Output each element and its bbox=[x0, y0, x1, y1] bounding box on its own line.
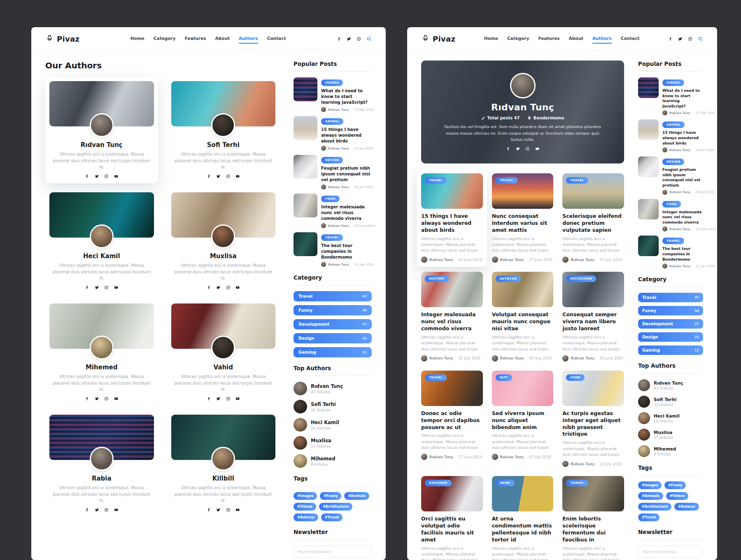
category-badge[interactable]: MOTOSHOW bbox=[566, 275, 596, 282]
twitter-icon[interactable] bbox=[95, 285, 99, 290]
popular-post-item[interactable]: VIDEOS What do I need to know to start l… bbox=[294, 77, 372, 112]
tag-chip[interactable]: #Autocar bbox=[294, 513, 318, 521]
facebook-icon[interactable] bbox=[337, 37, 341, 41]
post-author[interactable]: Rıdvan Tunç bbox=[669, 148, 690, 152]
category-badge[interactable]: HOME bbox=[496, 480, 515, 486]
category-badge[interactable]: FOOD bbox=[662, 201, 681, 208]
author-card[interactable]: Rabia Ultrices sagittis orci a scelerisq… bbox=[45, 411, 158, 517]
author-name[interactable]: Rıdvan Tunç bbox=[49, 141, 154, 149]
popular-post-item[interactable]: FOOD Integer malesuada nunc vel risus co… bbox=[294, 194, 372, 228]
post-title[interactable]: Scelerisque eleifend donec pretium vulpu… bbox=[562, 213, 624, 234]
category-button[interactable]: Design 21 bbox=[294, 333, 372, 343]
author-card[interactable]: Killbill Ultrices sagittis orci a sceler… bbox=[167, 411, 280, 517]
twitter-icon[interactable] bbox=[216, 174, 221, 179]
post-author[interactable]: Rıdvan Tunç bbox=[669, 111, 690, 115]
nav-item[interactable]: About bbox=[569, 34, 583, 44]
category-badge[interactable]: TRAVEL bbox=[566, 480, 588, 486]
author-name[interactable]: Killbill bbox=[171, 475, 276, 482]
category-button[interactable]: Funny 34 bbox=[638, 306, 703, 315]
post-card[interactable]: MOTOSHOW Consequat semper viverra nam li… bbox=[562, 272, 624, 361]
facebook-icon[interactable] bbox=[85, 508, 89, 512]
author-name[interactable]: Sofi Terhi bbox=[171, 141, 276, 149]
post-title[interactable]: Volutpat consequat mauris nunc congue ni… bbox=[492, 311, 554, 332]
top-author-item[interactable]: Muxlisa 17 Articles bbox=[294, 436, 372, 450]
author-name[interactable]: Sofi Terhi bbox=[654, 397, 676, 402]
popular-post-item[interactable]: ANIMAL 15 things I have always wondered … bbox=[294, 116, 372, 151]
post-author[interactable]: Rıdvan Tunç bbox=[669, 264, 690, 268]
tag-chip[interactable]: #Autocar bbox=[674, 503, 699, 511]
brand-logo[interactable]: Pivaz bbox=[421, 35, 455, 43]
nav-item[interactable]: Features bbox=[185, 34, 206, 44]
post-card[interactable]: TRAVEL Scelerisque eleifend donec pretiu… bbox=[562, 173, 624, 263]
top-author-item[interactable]: Muxlisa 17 Articles bbox=[638, 429, 703, 441]
post-author[interactable]: Rıdvan Tunç bbox=[500, 258, 524, 262]
post-author[interactable]: Rıdvan Tunç bbox=[571, 356, 594, 360]
author-card[interactable]: Muxlisa Ultrices sagittis orci a sceleri… bbox=[167, 188, 280, 294]
post-title[interactable]: Orci sagittis eu volutpat odio facilisis… bbox=[421, 516, 483, 544]
post-card[interactable]: GIFT Sed viverra ipsum nunc aliquet bibe… bbox=[492, 371, 554, 467]
youtube-icon[interactable] bbox=[114, 508, 119, 512]
facebook-icon[interactable] bbox=[506, 147, 510, 151]
top-author-item[interactable]: Rıdvan Tunç 47 Articles bbox=[638, 379, 703, 391]
facebook-icon[interactable] bbox=[207, 285, 211, 290]
youtube-icon[interactable] bbox=[114, 397, 119, 401]
twitter-icon[interactable] bbox=[95, 397, 99, 401]
category-badge[interactable]: FOOD bbox=[321, 196, 340, 202]
post-card[interactable]: AUTOCAR Volutpat consequat mauris nunc c… bbox=[492, 272, 554, 361]
tag-chip[interactable]: #Animals bbox=[344, 492, 369, 500]
post-card[interactable]: TRAVEL Nunc consequat interdum varius si… bbox=[492, 173, 554, 263]
post-card[interactable]: TRAVEL Enim lobortis scelerisque ferment… bbox=[562, 476, 624, 560]
category-button[interactable]: Gaming 11 bbox=[638, 345, 703, 355]
category-button[interactable]: Travel 47 bbox=[638, 293, 703, 302]
youtube-icon[interactable] bbox=[535, 147, 540, 151]
instagram-icon[interactable] bbox=[226, 285, 231, 290]
category-badge[interactable]: TRAVEL bbox=[321, 234, 343, 241]
popular-post-item[interactable]: FOOD Integer malesuada nunc vel risus co… bbox=[638, 199, 703, 232]
post-title[interactable]: Integer malesuada nunc vel risus commodo… bbox=[421, 311, 483, 332]
instagram-icon[interactable] bbox=[226, 174, 231, 179]
author-name[interactable]: Muxlisa bbox=[171, 252, 276, 260]
author-name[interactable]: Heci Kamil bbox=[311, 420, 339, 425]
youtube-icon[interactable] bbox=[235, 397, 240, 401]
tag-chip[interactable]: #Architecture bbox=[319, 503, 352, 511]
author-card[interactable]: Mihemed Ultrices sagittis orci a sceleri… bbox=[45, 299, 158, 406]
nav-item[interactable]: About bbox=[215, 34, 230, 44]
category-badge[interactable]: TRAVEL bbox=[425, 177, 447, 184]
post-author[interactable]: Rıdvan Tunç bbox=[571, 462, 594, 466]
youtube-icon[interactable] bbox=[235, 174, 240, 179]
tag-chip[interactable]: #Videos bbox=[294, 503, 316, 511]
facebook-icon[interactable] bbox=[207, 174, 211, 179]
category-badge[interactable]: ANIMAL bbox=[662, 121, 685, 128]
top-author-item[interactable]: Heci Kamil 19 Articles bbox=[638, 412, 703, 424]
instagram-icon[interactable] bbox=[688, 37, 692, 41]
post-author[interactable]: Rıdvan Tunç bbox=[328, 263, 349, 266]
instagram-icon[interactable] bbox=[226, 508, 231, 512]
post-author[interactable]: Rıdvan Tunç bbox=[669, 190, 690, 194]
twitter-icon[interactable] bbox=[516, 147, 520, 151]
popular-post-item[interactable]: TRAVEL The best tour companies in Bonder… bbox=[638, 236, 703, 268]
author-name[interactable]: Mihemed bbox=[654, 446, 676, 451]
nav-item[interactable]: Contact bbox=[621, 34, 640, 44]
post-title[interactable]: Donec ac odio tempor orci dapibus posuer… bbox=[421, 410, 483, 431]
top-author-item[interactable]: Heci Kamil 19 Articles bbox=[294, 418, 372, 432]
youtube-icon[interactable] bbox=[235, 508, 240, 512]
author-name[interactable]: Rıdvan Tunç bbox=[311, 383, 343, 389]
post-title[interactable]: 15 things I have always wondered about b… bbox=[421, 213, 483, 234]
tag-chip[interactable]: #Funny bbox=[664, 481, 686, 489]
post-author[interactable]: Rıdvan Tunç bbox=[500, 356, 524, 360]
facebook-icon[interactable] bbox=[207, 397, 211, 401]
post-card[interactable]: HISTORY Integer malesuada nunc vel risus… bbox=[421, 272, 483, 361]
category-button[interactable]: Funny 34 bbox=[294, 305, 372, 315]
post-author[interactable]: Rıdvan Tunç bbox=[328, 108, 349, 112]
post-card[interactable]: DESIGNER Orci sagittis eu volutpat odio … bbox=[421, 476, 483, 560]
popular-post-item[interactable]: DESIGN Feugiat pretium nibh ipsum conseq… bbox=[294, 155, 372, 189]
author-name[interactable]: Muxlisa bbox=[311, 438, 331, 443]
top-author-item[interactable]: Mihemed 9 Articles bbox=[294, 454, 372, 468]
instagram-icon[interactable] bbox=[104, 174, 109, 179]
post-title[interactable]: Feugiat pretium nibh ipsum consequat nis… bbox=[662, 167, 703, 188]
author-card[interactable]: Rıdvan Tunç Ultrices sagittis orci a sce… bbox=[45, 77, 158, 183]
top-author-item[interactable]: Sofi Terhi 32 Articles bbox=[638, 396, 703, 408]
author-name[interactable]: Mihemed bbox=[311, 456, 335, 462]
post-author[interactable]: Rıdvan Tunç bbox=[429, 258, 453, 262]
post-card[interactable]: HOME At urna condimentum mattis pellente… bbox=[492, 476, 554, 560]
